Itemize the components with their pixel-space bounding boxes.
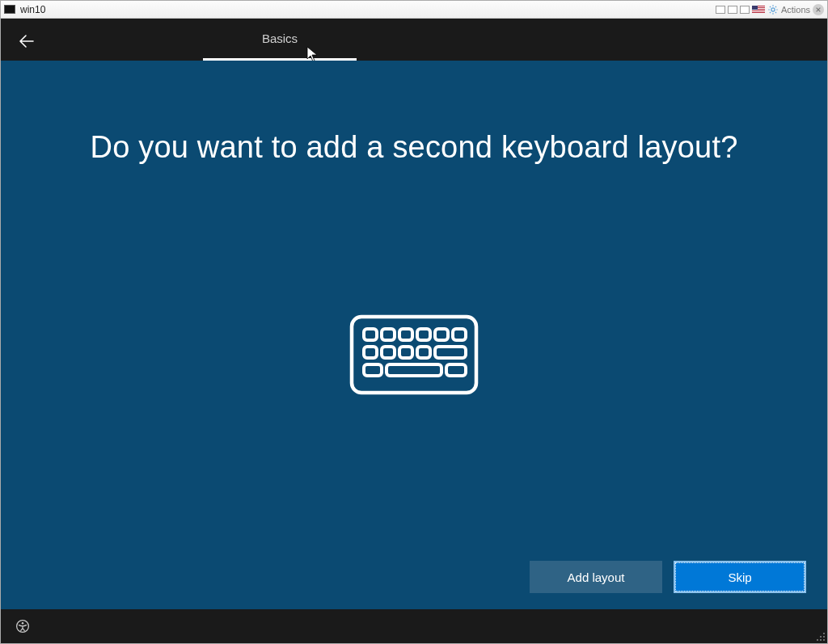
svg-rect-1 bbox=[5, 6, 15, 13]
svg-point-34 bbox=[817, 639, 818, 641]
svg-point-30 bbox=[22, 622, 24, 625]
svg-point-33 bbox=[823, 636, 825, 638]
tray-indicator-icon bbox=[728, 6, 737, 14]
add-layout-button[interactable]: Add layout bbox=[530, 561, 662, 593]
svg-rect-25 bbox=[435, 347, 466, 358]
svg-rect-18 bbox=[417, 329, 430, 340]
oobe-screen: Basics Do you want to add a second keybo… bbox=[1, 19, 827, 643]
vm-window-title: win10 bbox=[20, 4, 45, 15]
page-title: Do you want to add a second keyboard lay… bbox=[1, 130, 827, 165]
svg-rect-23 bbox=[399, 347, 412, 358]
svg-rect-24 bbox=[417, 347, 430, 358]
accessibility-icon[interactable] bbox=[15, 619, 30, 633]
svg-rect-27 bbox=[387, 364, 441, 376]
oobe-header: Basics bbox=[1, 19, 827, 61]
vm-app-icon bbox=[4, 4, 15, 15]
svg-line-10 bbox=[775, 6, 776, 6]
svg-point-35 bbox=[820, 639, 822, 641]
svg-rect-28 bbox=[446, 364, 466, 376]
svg-line-8 bbox=[770, 6, 771, 6]
svg-rect-26 bbox=[364, 364, 382, 376]
svg-line-9 bbox=[775, 11, 776, 12]
svg-rect-19 bbox=[435, 329, 448, 340]
oobe-body: Do you want to add a second keyboard lay… bbox=[1, 61, 827, 609]
svg-rect-15 bbox=[364, 329, 377, 340]
actions-menu[interactable]: Actions bbox=[781, 5, 810, 15]
svg-rect-21 bbox=[364, 347, 377, 358]
svg-line-11 bbox=[770, 11, 771, 12]
skip-button[interactable]: Skip bbox=[674, 561, 806, 593]
vm-titlebar: win10 Actions bbox=[1, 1, 827, 19]
svg-point-31 bbox=[823, 633, 825, 634]
svg-rect-20 bbox=[453, 329, 466, 340]
svg-rect-22 bbox=[382, 347, 395, 358]
svg-point-32 bbox=[820, 636, 822, 638]
button-row: Add layout Skip bbox=[530, 561, 806, 593]
svg-point-3 bbox=[771, 7, 775, 11]
close-icon[interactable] bbox=[813, 4, 824, 15]
tab-basics[interactable]: Basics bbox=[203, 19, 357, 61]
tray-indicator-icon bbox=[740, 6, 750, 14]
us-flag-icon bbox=[752, 6, 765, 14]
gear-icon[interactable] bbox=[767, 4, 779, 15]
tray-indicator-icon bbox=[716, 6, 725, 14]
svg-rect-17 bbox=[399, 329, 412, 340]
tab-label: Basics bbox=[262, 32, 298, 45]
oobe-footer bbox=[1, 609, 827, 643]
vm-window: win10 Actions bbox=[0, 0, 828, 644]
svg-point-36 bbox=[823, 639, 825, 641]
vm-tray: Actions bbox=[716, 4, 824, 15]
keyboard-icon bbox=[349, 314, 479, 398]
resize-grip-icon[interactable] bbox=[814, 630, 826, 642]
back-button[interactable] bbox=[15, 30, 38, 53]
svg-rect-16 bbox=[382, 329, 395, 340]
